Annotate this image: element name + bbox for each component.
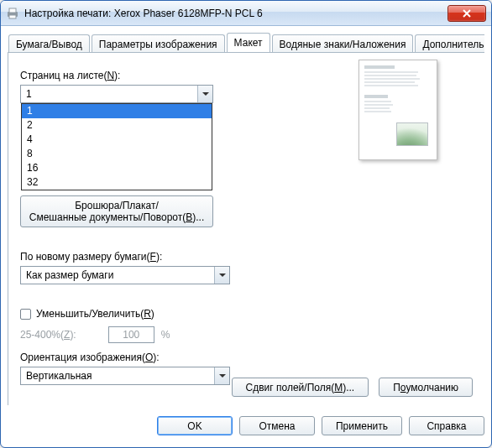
pages-option-32[interactable]: 32 <box>22 175 212 190</box>
help-button[interactable]: Справка <box>409 416 484 435</box>
margins-button[interactable]: Сдвиг полей/Поля(M)... <box>232 378 369 397</box>
close-button[interactable] <box>448 5 486 22</box>
orientation-value: Вертикальная <box>26 370 214 382</box>
scale-unit: % <box>161 329 170 341</box>
scale-checkbox[interactable]: Уменьшить/Увеличить(R) <box>20 308 280 320</box>
tab-additional[interactable]: Дополнительные <box>415 34 484 53</box>
cancel-button[interactable]: Отмена <box>239 416 315 435</box>
pages-option-1[interactable]: 1 <box>22 104 212 118</box>
close-icon <box>463 9 471 18</box>
printer-icon <box>6 7 19 20</box>
chevron-down-icon <box>214 367 229 384</box>
svg-rect-2 <box>9 15 16 18</box>
pages-per-sheet-dropdown: 1 2 4 8 16 32 <box>21 103 212 190</box>
pages-option-2[interactable]: 2 <box>22 118 212 133</box>
fit-to-paper-combo[interactable]: Как размер бумаги <box>20 266 230 284</box>
fit-to-paper-label: По новому размеру бумаги(F): <box>20 251 280 263</box>
fit-to-paper-value: Как размер бумаги <box>26 269 214 281</box>
tab-strip: Бумага/Вывод Параметры изображения Макет… <box>8 31 484 53</box>
pages-per-sheet-value: 1 <box>26 88 197 100</box>
svg-rect-1 <box>9 8 16 13</box>
checkbox-box <box>20 309 31 320</box>
pages-per-sheet-label: Страниц на листе(N): <box>20 70 280 81</box>
titlebar: Настройка печати: Xerox Phaser 6128MFP-N… <box>1 1 491 26</box>
tab-image-params[interactable]: Параметры изображения <box>92 34 225 53</box>
pages-per-sheet-combo[interactable]: 1 1 2 4 8 16 32 <box>20 85 213 103</box>
defaults-button[interactable]: По умолчанию <box>379 378 473 397</box>
apply-button[interactable]: Применить <box>322 416 402 435</box>
tab-layout[interactable]: Макет <box>227 33 270 53</box>
scale-range-label: 25-400%(Z): <box>20 329 76 341</box>
tab-layout-page: Страниц на листе(N): 1 1 2 4 8 16 32 <box>8 53 484 405</box>
page-preview <box>359 60 437 160</box>
pages-option-4[interactable]: 4 <box>22 133 212 147</box>
scale-checkbox-label: Уменьшить/Увеличить(R) <box>36 308 154 320</box>
tab-paper-output[interactable]: Бумага/Вывод <box>8 34 90 53</box>
chevron-down-icon <box>214 267 229 284</box>
booklet-poster-button[interactable]: Брошюра/Плакат/ Смешанные документы/Пово… <box>20 195 213 227</box>
pages-option-8[interactable]: 8 <box>22 147 212 161</box>
pages-option-16[interactable]: 16 <box>22 161 212 175</box>
window-title: Настройка печати: Xerox Phaser 6128MFP-N… <box>24 8 448 19</box>
orientation-label: Ориентация изображения(O): <box>20 352 280 363</box>
orientation-combo[interactable]: Вертикальная <box>20 367 230 385</box>
ok-button[interactable]: OK <box>157 416 233 435</box>
chevron-down-icon <box>197 86 212 102</box>
tab-watermarks[interactable]: Водяные знаки/Наложения <box>272 34 414 53</box>
scale-percent-input[interactable]: 100 <box>108 326 154 343</box>
